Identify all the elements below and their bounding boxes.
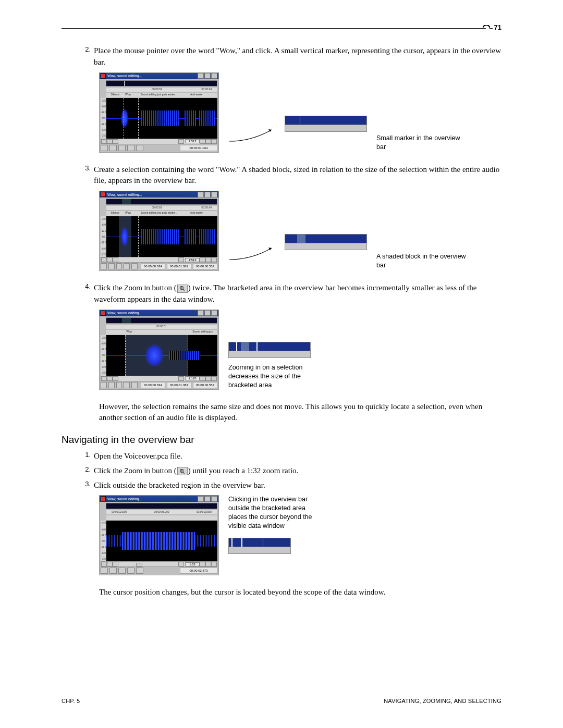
zoom-out-v-button[interactable] bbox=[101, 257, 107, 262]
overview-bar[interactable] bbox=[106, 199, 217, 205]
svg-line-5 bbox=[183, 472, 185, 474]
soundforge-window: Wow, sound editing... 00:00:01 WowSound … bbox=[99, 310, 219, 390]
play-button[interactable] bbox=[127, 567, 134, 574]
scroll-left-button[interactable] bbox=[113, 257, 118, 262]
minimize-button[interactable] bbox=[198, 496, 204, 502]
soundforge-window: Wow, sound editing... 00:00:0200:00:04 S… bbox=[99, 191, 219, 271]
zoom-out-h-button[interactable] bbox=[200, 257, 205, 262]
loop-button[interactable] bbox=[131, 263, 138, 269]
window-title: Wow, sound editing... bbox=[107, 311, 198, 315]
scroll-right-button[interactable] bbox=[178, 257, 184, 262]
scroll-right-button[interactable] bbox=[178, 562, 184, 566]
go-start-button[interactable] bbox=[101, 382, 107, 388]
step-2: 2. Place the mouse pointer over the word… bbox=[80, 45, 501, 68]
go-start-button[interactable] bbox=[101, 263, 107, 269]
svg-line-1 bbox=[183, 289, 185, 291]
sel-end: 00:00:01.381 bbox=[167, 382, 191, 388]
zoom-in-v-button[interactable] bbox=[107, 376, 113, 381]
window-title: Wow, sound editing... bbox=[107, 497, 198, 501]
go-start-button[interactable] bbox=[101, 145, 108, 151]
zoom-in-icon bbox=[177, 285, 188, 293]
maximize-button[interactable] bbox=[204, 192, 211, 198]
loop-button[interactable] bbox=[136, 567, 143, 574]
waveform-area[interactable]: -2.5-6.0-12.0-Inf.-12.0-6.0-2.5 bbox=[101, 98, 217, 139]
step-number: 1. bbox=[80, 451, 91, 462]
zoom-in-label: Zoom In bbox=[124, 284, 150, 292]
zoom-sel-button[interactable] bbox=[211, 257, 217, 262]
minimize-button[interactable] bbox=[198, 192, 204, 198]
step-number: 3. bbox=[80, 480, 91, 491]
overview-bar[interactable] bbox=[106, 317, 217, 324]
footer-section: NAVIGATING, ZOOMING, AND SELECTING bbox=[384, 698, 501, 704]
line-ornament bbox=[483, 25, 490, 32]
zoom-ratio: 1:512 bbox=[185, 139, 200, 143]
close-button[interactable] bbox=[211, 73, 217, 79]
play-button[interactable] bbox=[127, 145, 134, 151]
go-end-button[interactable] bbox=[109, 145, 117, 151]
stop-button[interactable] bbox=[118, 567, 126, 574]
minimize-button[interactable] bbox=[198, 73, 204, 79]
stop-button[interactable] bbox=[116, 263, 123, 269]
stop-button[interactable] bbox=[116, 382, 123, 388]
overview-bar[interactable] bbox=[106, 503, 217, 509]
maximize-button[interactable] bbox=[204, 73, 211, 79]
sel-length: 00:00:00.557 bbox=[193, 263, 217, 269]
sel-start: 00:00:00.824 bbox=[141, 263, 165, 269]
minimize-button[interactable] bbox=[198, 310, 204, 316]
play-button[interactable] bbox=[124, 263, 130, 269]
zoom-in-v-button[interactable] bbox=[107, 562, 113, 566]
callout-arrow bbox=[228, 242, 275, 263]
nav-step-1: 1. Open the Voiceover.pca file. bbox=[80, 451, 501, 462]
zoom-out-h-button[interactable] bbox=[200, 139, 205, 144]
zoom-out-h-button[interactable] bbox=[200, 562, 205, 566]
go-end-button[interactable] bbox=[109, 567, 117, 574]
zoom-ratio: 1:128 bbox=[185, 376, 200, 380]
step-number: 2. bbox=[80, 45, 91, 68]
close-button[interactable] bbox=[211, 310, 217, 316]
scroll-right-button[interactable] bbox=[178, 139, 184, 144]
section-heading-navigating: Navigating in the overview bar bbox=[62, 434, 501, 446]
close-button[interactable] bbox=[211, 496, 217, 502]
followup-paragraph: The cursor position changes, but the cur… bbox=[99, 587, 501, 598]
zoom-ratio: 1:32 bbox=[185, 562, 200, 566]
cursor-time: 00:00:02.873 bbox=[180, 567, 217, 574]
page-header-rule: 71 bbox=[62, 28, 501, 38]
zoom-sel-button[interactable] bbox=[211, 376, 217, 381]
zoom-in-v-button[interactable] bbox=[107, 139, 113, 144]
scroll-left-button[interactable] bbox=[113, 139, 118, 144]
zoom-in-h-button[interactable] bbox=[205, 257, 211, 262]
overview-closeup bbox=[285, 234, 367, 250]
loop-button[interactable] bbox=[136, 145, 143, 151]
step-text: Click outside the bracketed region in th… bbox=[94, 480, 501, 491]
close-button[interactable] bbox=[211, 192, 217, 198]
stop-button[interactable] bbox=[118, 145, 126, 151]
scroll-left-button[interactable] bbox=[113, 562, 118, 566]
maximize-button[interactable] bbox=[204, 310, 211, 316]
zoom-in-h-button[interactable] bbox=[205, 376, 211, 381]
scroll-left-button[interactable] bbox=[113, 376, 118, 381]
nav-step-2: 2. Click the Zoom In button () until you… bbox=[80, 465, 501, 477]
zoom-scrollbar[interactable]: 1:512 bbox=[101, 139, 217, 144]
go-start-button[interactable] bbox=[101, 567, 108, 574]
maximize-button[interactable] bbox=[204, 496, 211, 502]
overview-bar[interactable] bbox=[106, 80, 217, 87]
figure-caption: Clicking in the overview bar outside the… bbox=[228, 495, 322, 530]
zoom-sel-button[interactable] bbox=[211, 139, 217, 144]
figure-overview-marker: Wow, sound editing... 00:00:0200:00:04 S… bbox=[99, 72, 501, 153]
loop-button[interactable] bbox=[131, 382, 138, 388]
play-button[interactable] bbox=[124, 382, 130, 388]
zoom-sel-button[interactable] bbox=[211, 562, 217, 566]
zoom-in-h-button[interactable] bbox=[205, 562, 211, 566]
zoom-out-v-button[interactable] bbox=[101, 562, 107, 566]
go-end-button[interactable] bbox=[108, 382, 115, 388]
regions-bar: Silence Wow Sound editing just gets easi… bbox=[106, 92, 217, 98]
zoom-out-v-button[interactable] bbox=[101, 139, 107, 144]
zoom-in-h-button[interactable] bbox=[205, 139, 211, 144]
step-text: Open the Voiceover.pca file. bbox=[94, 451, 501, 462]
followup-paragraph: However, the selection remains the same … bbox=[99, 401, 501, 424]
go-end-button[interactable] bbox=[108, 263, 115, 269]
zoom-out-v-button[interactable] bbox=[101, 376, 107, 381]
zoom-out-h-button[interactable] bbox=[200, 376, 205, 381]
scroll-right-button[interactable] bbox=[178, 376, 184, 381]
zoom-in-v-button[interactable] bbox=[107, 257, 113, 262]
